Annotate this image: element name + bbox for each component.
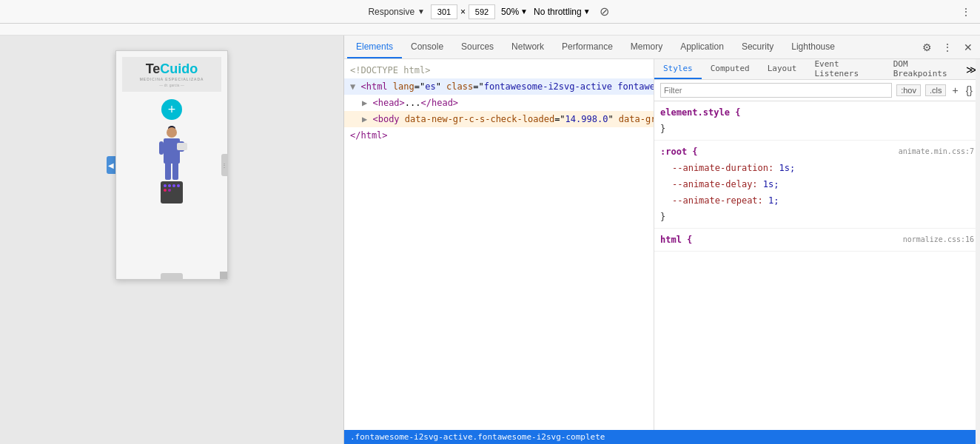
html-selector: html { xyxy=(660,235,692,245)
add-button[interactable]: + xyxy=(161,99,182,120)
head-tag: <head> xyxy=(372,98,404,108)
animate-delay-name: --animate-delay: xyxy=(672,179,758,189)
devtools-close-button[interactable]: ✕ xyxy=(959,38,977,56)
main-area: ◀ TeCuido MEDICINA ESPECIALIZADA — dr. g… xyxy=(0,36,980,444)
tab-sources-label: Sources xyxy=(461,41,494,52)
animate-duration-rule: --animate-duration: 1s; xyxy=(654,160,980,176)
throttle-selector[interactable]: No throttling ▼ xyxy=(534,7,591,17)
nurse-figure xyxy=(164,127,180,180)
styles-tab-computed[interactable]: Computed xyxy=(702,59,759,79)
root-selector: :root { xyxy=(660,147,698,157)
tab-console-label: Console xyxy=(411,41,443,52)
tab-lighthouse[interactable]: Lighthouse xyxy=(782,36,844,58)
collapse-head-arrow[interactable]: ▶ xyxy=(362,98,367,108)
element-style-close: } xyxy=(660,124,665,134)
tab-sources[interactable]: Sources xyxy=(452,36,503,58)
dom-line-head[interactable]: ▶ <head>...</head> xyxy=(344,95,654,111)
nurse-arm-right xyxy=(178,141,184,152)
nurse-body xyxy=(164,138,180,164)
more-options-button[interactable]: ⋮ xyxy=(958,4,974,19)
styles-tab-dom-breakpoints[interactable]: DOM Breakpoints xyxy=(885,59,963,79)
pill-3 xyxy=(172,184,175,187)
mobile-content: TeCuido MEDICINA ESPECIALIZADA — dr. gar… xyxy=(116,51,227,279)
root-source: animate.min.css:7 xyxy=(899,145,974,158)
responsive-label: Responsive xyxy=(368,7,415,17)
zoom-dropdown-icon[interactable]: ▼ xyxy=(520,7,528,16)
head-close-tag: </head> xyxy=(421,98,459,108)
head-dots: ... xyxy=(405,98,421,108)
medicine-pills xyxy=(161,181,183,195)
styles-tab-layout-label: Layout xyxy=(768,64,797,73)
styles-scrollbar[interactable] xyxy=(976,59,980,444)
responsive-selector[interactable]: Responsive ▼ xyxy=(368,7,425,17)
ruler xyxy=(0,24,980,36)
responsive-dropdown-icon[interactable]: ▼ xyxy=(417,7,425,16)
add-style-button[interactable]: + xyxy=(950,84,959,96)
tab-elements[interactable]: Elements xyxy=(347,36,402,58)
dimension-controls: × xyxy=(431,4,495,19)
dom-line-html[interactable]: ▼ <html lang="es" class="fontawesome-i2s… xyxy=(344,78,654,95)
class-value: fontawesome-i2svg-active fontawesome-i2s… xyxy=(484,81,654,92)
tab-application[interactable]: Application xyxy=(671,36,733,58)
tab-memory-label: Memory xyxy=(631,41,662,52)
tab-elements-label: Elements xyxy=(356,41,393,52)
nurse-head-container xyxy=(167,127,177,138)
collapse-html-arrow[interactable]: ▼ xyxy=(350,81,355,92)
styles-tab-styles-label: Styles xyxy=(663,64,693,73)
zoom-selector[interactable]: 50% ▼ xyxy=(501,7,528,17)
throttle-dropdown-icon[interactable]: ▼ xyxy=(583,7,591,16)
hov-button[interactable]: :hov xyxy=(896,84,921,96)
clipboard xyxy=(177,143,187,150)
animate-repeat-name: --animate-repeat: xyxy=(672,195,763,206)
logo-cuido: Cuido xyxy=(160,61,198,76)
tab-memory[interactable]: Memory xyxy=(622,36,671,58)
cls-button[interactable]: .cls xyxy=(925,84,947,96)
left-arrow-handle[interactable]: ◀ xyxy=(107,156,115,174)
styles-tab-event-listeners[interactable]: Event Listeners xyxy=(805,59,884,79)
styles-filter-input[interactable] xyxy=(660,83,892,98)
pill-4 xyxy=(177,184,180,187)
dom-panel[interactable]: <!DOCTYPE html> ▼ <html lang="es" class=… xyxy=(344,59,654,444)
styles-tab-dom-breakpoints-label: DOM Breakpoints xyxy=(893,59,954,78)
styles-tab-computed-label: Computed xyxy=(711,64,750,73)
devtools-tab-icons: ⚙ ⋮ ✕ xyxy=(918,38,977,56)
tab-security[interactable]: Security xyxy=(733,36,782,58)
drag-handle-bottom[interactable] xyxy=(161,273,183,279)
pill-1 xyxy=(164,184,167,187)
left-arrow-icon: ◀ xyxy=(108,161,114,169)
mobile-frame: TeCuido MEDICINA ESPECIALIZADA — dr. gar… xyxy=(115,50,228,280)
tab-performance[interactable]: Performance xyxy=(553,36,622,58)
style-selector-element: element.style { xyxy=(654,104,980,121)
height-input[interactable] xyxy=(469,4,495,19)
animate-repeat-rule: --animate-repeat: 1; xyxy=(654,192,980,209)
logo-te: Te xyxy=(146,61,161,76)
tab-network[interactable]: Network xyxy=(503,36,553,58)
no-throttle-icon[interactable]: ⊘ xyxy=(597,3,612,20)
dom-line-body[interactable]: ▶ <body data-new-gr-c-s-check-loaded="14… xyxy=(344,111,654,127)
dom-line-doctype: <!DOCTYPE html> xyxy=(344,62,654,78)
devtools-more-button[interactable]: ⋮ xyxy=(939,38,956,56)
nurse-leg-left xyxy=(165,164,171,180)
drag-handle-right[interactable]: ⋮ xyxy=(221,154,227,176)
equals3: =" xyxy=(554,114,565,124)
logo-area: TeCuido MEDICINA ESPECIALIZADA — dr. gar… xyxy=(122,57,221,92)
selected-class-text: .fontawesome-i2svg-active.fontawesome-i2… xyxy=(350,432,605,442)
class-attr: class xyxy=(446,81,473,92)
tab-console[interactable]: Console xyxy=(402,36,452,58)
styles-tab-styles[interactable]: Styles xyxy=(654,59,702,79)
collapse-body-arrow[interactable]: ▶ xyxy=(362,114,367,124)
animate-delay-val: 1s; xyxy=(763,179,779,189)
mobile-frame-wrapper: ◀ TeCuido MEDICINA ESPECIALIZADA — dr. g… xyxy=(115,50,228,280)
logo-subtitle: MEDICINA ESPECIALIZADA xyxy=(140,77,204,81)
width-input[interactable] xyxy=(431,4,457,19)
dimension-separator: × xyxy=(460,7,466,17)
drag-handle-corner[interactable] xyxy=(220,272,227,279)
devtools-toolbar: Responsive ▼ × 50% ▼ No throttling ▼ ⊘ ⋮ xyxy=(0,0,980,24)
new-style-rule-button[interactable]: {} xyxy=(964,84,974,96)
style-selector-html: html { normalize.css:16 xyxy=(654,232,980,248)
equals1: =" xyxy=(415,81,425,92)
styles-content[interactable]: element.style { } :root { animate.min.cs… xyxy=(654,101,980,444)
preview-area: ◀ TeCuido MEDICINA ESPECIALIZADA — dr. g… xyxy=(0,36,343,444)
styles-tab-layout[interactable]: Layout xyxy=(759,59,806,79)
devtools-settings-button[interactable]: ⚙ xyxy=(918,38,936,56)
